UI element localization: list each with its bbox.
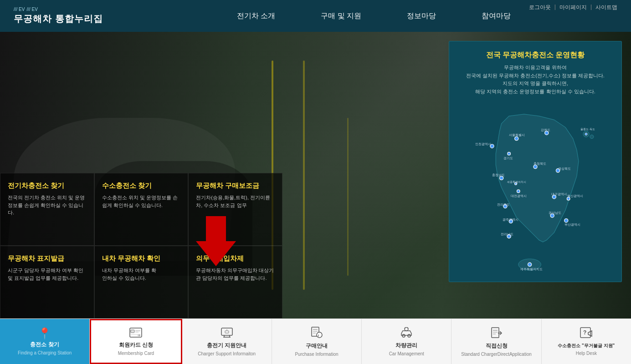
korea-map-svg: 인천광역시 서울특별시 강원도 울릉도·독도 경기도 충청북도 충청남도 세종특… xyxy=(458,101,612,274)
nav-purchase[interactable]: 구매 및 지원 xyxy=(316,9,366,23)
charger-support-icon xyxy=(221,327,233,340)
svg-point-56 xyxy=(317,332,322,338)
direct-apply-icon xyxy=(491,327,503,340)
svg-point-37 xyxy=(528,263,531,267)
map-panel-desc: 무공해차 이용고객을 위하여 전국에 설치된 무공해차 충전소(전기,수소) 정… xyxy=(458,64,612,96)
svg-text:전라북도: 전라북도 xyxy=(497,203,510,207)
service-label-title: 무공해차 표지발급 xyxy=(8,254,87,263)
purchase-info-title: 구매안내 xyxy=(306,342,328,350)
korea-map[interactable]: 인천광역시 서울특별시 강원도 울릉도·독도 경기도 충청북도 충청남도 세종특… xyxy=(458,101,612,274)
purchase-info-icon: i xyxy=(311,327,323,340)
purchase-info-subtitle: Purchase Information xyxy=(295,352,338,357)
svg-text:경상북도: 경상북도 xyxy=(558,167,571,171)
charger-pole-2 xyxy=(303,61,305,290)
service-ev-charging-title: 전기차충전소 찾기 xyxy=(8,182,87,190)
service-label[interactable]: 무공해차 표지발급 시군구 담당자 무공해차 여부 확인 및 표지발급 업무를 … xyxy=(0,246,94,318)
svg-point-11 xyxy=(508,152,511,156)
direct-apply-title: 직접신청 xyxy=(486,342,508,350)
map-panel: 전국 무공해차충전소 운영현황 무공해차 이용고객을 위하여 전국에 설치된 무… xyxy=(449,41,622,282)
service-ev-charging[interactable]: 전기차충전소 찾기 전국의 전기차 충전소 위치 및 운영정보를 손쉽게 확인하… xyxy=(0,173,94,246)
map-panel-title: 전국 무공해차충전소 운영현황 xyxy=(458,51,612,60)
map-desc-4: 해당 지역의 충전소 운영정보를 확인하실 수 있습니다. xyxy=(475,89,595,94)
bottom-item-charging-station[interactable]: 📍 충전소 찾기 Finding a Charging Station xyxy=(0,319,90,364)
bottom-item-membership-card[interactable]: 회원카드 신청 Membership Card xyxy=(90,319,182,364)
header-util: 로그아웃 | 마이페이지 | 사이트맵 xyxy=(529,4,617,11)
membership-card-icon xyxy=(129,328,142,339)
main-area: 전기차충전소 찾기 전국의 전기차 충전소 위치 및 운영정보를 손쉽게 확인하… xyxy=(0,32,631,318)
svg-text:?: ? xyxy=(583,329,586,336)
service-mycar[interactable]: 내차 무공해차 확인 내차 무공해차 여부를 확인하실 수 있습니다. xyxy=(94,246,189,318)
bottom-item-hydrogen-helpdesk[interactable]: ? 수소충전소 "무거불글 지원" Help Desk xyxy=(542,319,631,364)
svg-point-59 xyxy=(408,334,410,337)
car-management-icon xyxy=(400,327,413,340)
svg-point-13 xyxy=(534,165,537,169)
svg-text:대구광역시: 대구광역시 xyxy=(551,192,567,196)
svg-point-27 xyxy=(567,197,570,201)
car-management-subtitle: Car Management xyxy=(389,351,424,356)
svg-point-33 xyxy=(564,219,568,222)
arrow-indicator xyxy=(196,216,236,266)
svg-text:세종특별자치시: 세종특별자치시 xyxy=(507,181,526,183)
service-subsidy-title: 무공해차 구매보조금 xyxy=(196,182,275,190)
membership-card-subtitle: Membership Card xyxy=(118,351,154,356)
charging-station-icon: 📍 xyxy=(38,328,51,339)
direct-apply-subtitle: Standard ChargerDirectApplication xyxy=(461,352,532,357)
svg-text:제주특별자치도: 제주특별자치도 xyxy=(520,268,543,271)
bottom-bar: 📍 충전소 찾기 Finding a Charging Station 회원카드… xyxy=(0,318,631,364)
bottom-item-car-management[interactable]: 차량관리 Car Management xyxy=(362,319,451,364)
svg-point-5 xyxy=(515,137,518,141)
svg-text:대전광역시: 대전광역시 xyxy=(511,194,527,198)
svg-rect-50 xyxy=(225,331,229,333)
svg-point-15 xyxy=(500,177,503,180)
map-desc-3: 지도의 지역 명을 클릭하시면, xyxy=(503,81,568,86)
nav-info[interactable]: 정보마당 xyxy=(402,9,441,23)
bottom-item-direct-apply[interactable]: 직접신청 Standard ChargerDirectApplication xyxy=(451,319,541,364)
svg-point-45 xyxy=(138,334,139,336)
svg-text:경상남도: 경상남도 xyxy=(549,211,561,215)
svg-point-9 xyxy=(585,133,587,136)
service-subsidy-desc: 전기차(승용,화물,트럭), 전기이륜차, 수소차 보조금 업무 xyxy=(196,194,275,209)
nav-participate[interactable]: 참여마당 xyxy=(477,9,515,23)
svg-text:강원도: 강원도 xyxy=(541,128,550,131)
bottom-item-charger-support[interactable]: 충전기 지원안내 Charger Support Informaiton xyxy=(182,319,272,364)
svg-text:i: i xyxy=(318,334,319,338)
svg-point-58 xyxy=(402,334,405,337)
hydrogen-helpdesk-subtitle: Help Desk xyxy=(576,351,597,356)
service-hydrogen[interactable]: 수소충전소 찾기 수소충전소 위치 및 운영정보를 손쉽게 확인하실 수 있습니… xyxy=(94,173,189,246)
service-hydrogen-title: 수소충전소 찾기 xyxy=(102,182,181,190)
map-desc-2: 전국에 설치된 무공해차 충전소(전기,수소) 정보를 제공합니다. xyxy=(466,73,605,78)
sitemap-link[interactable]: 사이트맵 xyxy=(595,4,617,11)
charger-support-title: 충전기 지원안내 xyxy=(207,342,246,349)
logo-area: /// EV 무공해차 통합누리집 xyxy=(14,7,103,25)
service-mandatory-desc: 무공해자동차 의무구매입차 대상기관 담당자의 업무를 제공합니다. xyxy=(196,267,275,282)
svg-text:경기도: 경기도 xyxy=(503,157,513,160)
charger-pole-3 xyxy=(347,118,349,276)
bottom-item-purchase-info[interactable]: i 구매안내 Purchase Information xyxy=(272,319,362,364)
mypage-link[interactable]: 마이페이지 xyxy=(559,4,587,11)
logout-link[interactable]: 로그아웃 xyxy=(529,4,551,11)
hydrogen-helpdesk-title: 수소충전소 "무거불글 지원" xyxy=(558,343,615,349)
svg-text:부산광역시: 부산광역시 xyxy=(564,223,580,227)
arrow-head xyxy=(196,241,236,266)
nav-ev-intro[interactable]: 전기차 소개 xyxy=(232,9,280,23)
svg-text:전라남도: 전라남도 xyxy=(501,233,513,236)
service-mycar-title: 내차 무공해차 확인 xyxy=(102,254,181,263)
svg-rect-64 xyxy=(492,328,499,338)
svg-text:충청남도: 충청남도 xyxy=(492,174,505,177)
map-desc-1: 무공해차 이용고객을 위하여 xyxy=(504,65,567,70)
svg-rect-46 xyxy=(221,328,232,335)
hydrogen-helpdesk-icon: ? xyxy=(580,327,593,341)
svg-point-19 xyxy=(517,190,520,193)
arrow-shaft xyxy=(206,216,226,241)
membership-card-title: 회원카드 신청 xyxy=(119,341,153,349)
svg-text:광주광역시: 광주광역시 xyxy=(503,218,518,222)
svg-text:울릉도·독도: 울릉도·독도 xyxy=(580,128,595,131)
svg-text:서울특별시: 서울특별시 xyxy=(509,133,525,137)
service-ev-charging-desc: 전국의 전기차 충전소 위치 및 운영정보를 손쉽게 확인하실 수 있습니다. xyxy=(8,194,87,217)
svg-point-25 xyxy=(552,195,556,199)
svg-text:울산광역시: 울산광역시 xyxy=(567,194,583,198)
service-mycar-desc: 내차 무공해차 여부를 확인하실 수 있습니다. xyxy=(102,267,181,282)
header: /// EV 무공해차 통합누리집 전기차 소개 구매 및 지원 정보마당 참여… xyxy=(0,0,631,32)
charger-support-subtitle: Charger Support Informaiton xyxy=(198,351,256,356)
svg-point-2 xyxy=(590,135,594,139)
